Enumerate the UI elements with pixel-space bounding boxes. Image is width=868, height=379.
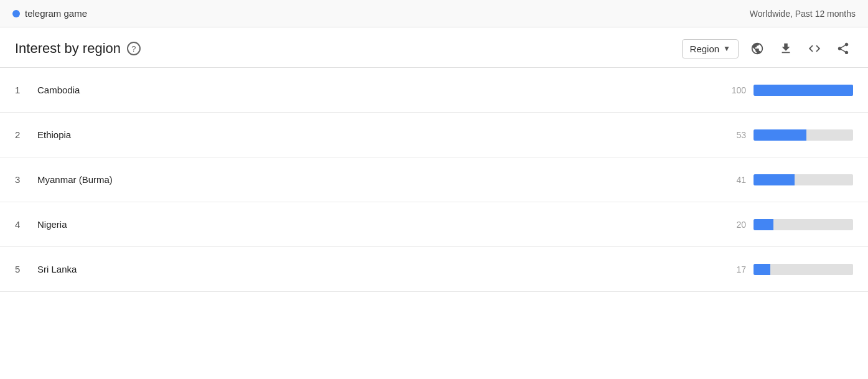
data-table: 1 Cambodia 100 2 Ethiopia 53 3 Myanmar (…	[0, 68, 868, 292]
row-value: 41	[726, 175, 746, 185]
chevron-down-icon: ▼	[723, 44, 730, 53]
row-value: 100	[726, 85, 746, 95]
table-row[interactable]: 2 Ethiopia 53	[0, 113, 868, 157]
bar-fill	[754, 85, 853, 96]
row-rank: 5	[15, 264, 37, 274]
section-title-group: Interest by region ?	[15, 40, 141, 57]
row-rank: 2	[15, 129, 37, 140]
row-value: 53	[726, 130, 746, 140]
globe-icon-button[interactable]	[747, 39, 767, 58]
globe-icon	[750, 42, 764, 55]
embed-icon-button[interactable]	[805, 39, 824, 58]
row-value-bar: 20	[726, 219, 853, 230]
bar-fill	[754, 264, 770, 275]
bar-container	[754, 129, 853, 141]
row-rank: 3	[15, 174, 37, 185]
search-term: telegram game	[25, 8, 87, 19]
row-value-bar: 100	[726, 85, 853, 96]
top-bar: telegram game Worldwide, Past 12 months	[0, 0, 868, 27]
scope-label: Worldwide, Past 12 months	[750, 9, 856, 19]
region-label: Region	[690, 44, 720, 54]
row-name: Sri Lanka	[37, 264, 726, 274]
bar-container	[754, 219, 853, 230]
table-row[interactable]: 1 Cambodia 100	[0, 68, 868, 113]
help-icon[interactable]: ?	[127, 42, 141, 55]
share-icon-button[interactable]	[833, 39, 853, 58]
bar-container	[754, 264, 853, 275]
region-dropdown[interactable]: Region ▼	[682, 39, 739, 58]
row-name: Ethiopia	[37, 129, 726, 140]
row-value-bar: 53	[726, 129, 853, 141]
share-icon	[836, 42, 850, 55]
section-title: Interest by region	[15, 40, 121, 57]
table-row[interactable]: 5 Sri Lanka 17	[0, 247, 868, 292]
section-controls: Region ▼	[682, 39, 853, 58]
bar-fill	[754, 219, 773, 230]
section-header: Interest by region ? Region ▼	[0, 27, 868, 68]
bar-fill	[754, 174, 795, 185]
embed-icon	[808, 42, 821, 55]
row-name: Nigeria	[37, 219, 726, 230]
row-rank: 4	[15, 219, 37, 230]
row-name: Myanmar (Burma)	[37, 174, 726, 185]
download-icon	[779, 42, 793, 55]
table-row[interactable]: 3 Myanmar (Burma) 41	[0, 157, 868, 202]
status-dot	[12, 10, 20, 17]
row-value-bar: 17	[726, 264, 853, 275]
top-bar-left: telegram game	[12, 8, 87, 19]
row-value: 17	[726, 264, 746, 274]
bar-container	[754, 85, 853, 96]
row-name: Cambodia	[37, 85, 726, 95]
bar-container	[754, 174, 853, 185]
table-row[interactable]: 4 Nigeria 20	[0, 202, 868, 247]
row-rank: 1	[15, 85, 37, 95]
row-value-bar: 41	[726, 174, 853, 185]
bar-fill	[754, 129, 806, 141]
download-icon-button[interactable]	[776, 39, 796, 58]
row-value: 20	[726, 220, 746, 230]
